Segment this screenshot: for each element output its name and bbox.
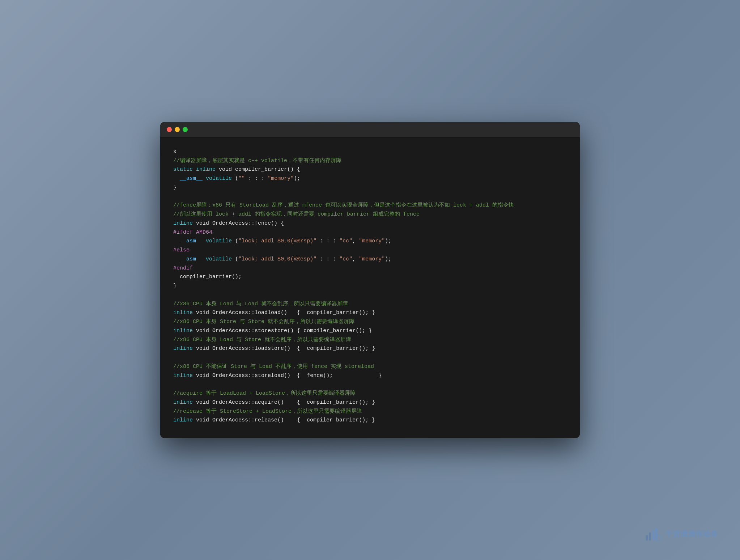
- svg-rect-0: [646, 535, 648, 540]
- code-window: x //编译器屏障，底层其实就是 c++ volatile，不带有任何内存屏障 …: [160, 122, 580, 438]
- watermark-text: 干货满满张哈希: [665, 529, 718, 539]
- svg-rect-1: [649, 533, 651, 540]
- code-editor: x //编译器屏障，底层其实就是 c++ volatile，不带有任何内存屏障 …: [160, 137, 580, 438]
- maximize-button[interactable]: [183, 127, 188, 132]
- window-titlebar: [160, 122, 580, 137]
- close-button[interactable]: [167, 127, 172, 132]
- svg-rect-2: [652, 530, 654, 540]
- code-content: x //编译器屏障，底层其实就是 c++ volatile，不带有任何内存屏障 …: [173, 148, 567, 425]
- svg-line-5: [658, 534, 660, 536]
- watermark: 干货满满张哈希: [644, 525, 718, 543]
- watermark-icon: [644, 525, 662, 543]
- minimize-button[interactable]: [175, 127, 180, 132]
- desktop: x //编译器屏障，底层其实就是 c++ volatile，不带有任何内存屏障 …: [0, 0, 740, 560]
